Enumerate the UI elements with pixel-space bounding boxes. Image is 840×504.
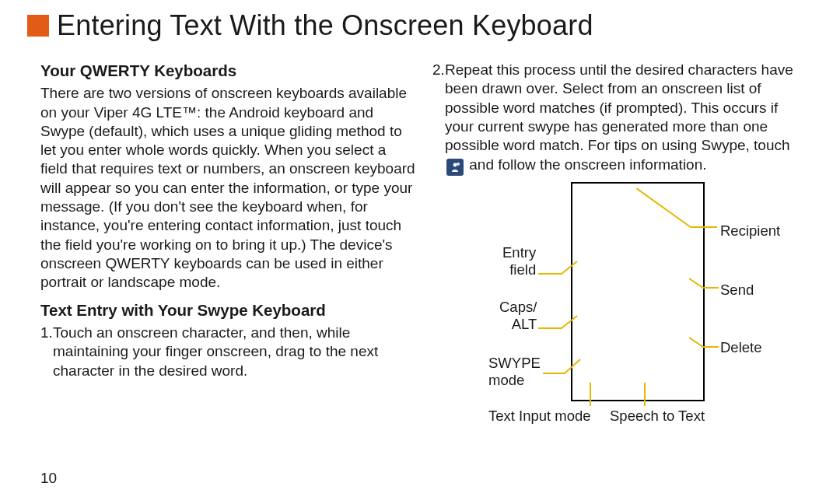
svg-point-0 [453, 163, 457, 166]
label-text-input-mode: Text Input mode [488, 408, 591, 425]
svg-text:i: i [458, 163, 459, 166]
list-number: 1. [40, 324, 53, 380]
paragraph-qwerty: There are two versions of onscreen keybo… [40, 84, 417, 292]
list-item-1: 1. Touch an onscreen character, and then… [40, 324, 417, 380]
li2-text-b: and follow the onscreen information. [469, 156, 706, 173]
label-caps-alt: Caps/ ALT [499, 299, 537, 333]
section-heading-swype: Text Entry with Your Swype Keyboard [40, 300, 417, 320]
list-item-2: 2. Repeat this process until the desired… [432, 61, 809, 176]
list-body: Repeat this process until the desired ch… [445, 61, 809, 176]
label-send: Send [720, 282, 754, 299]
label-swype-mode: SWYPE mode [488, 355, 541, 389]
content-columns: Your QWERTY Keyboards There are two vers… [40, 61, 809, 465]
phone-diagram: Entry field Caps/ ALT SWYPE mode Text In… [432, 182, 809, 439]
swype-help-icon: i [446, 159, 464, 176]
right-column: 2. Repeat this process until the desired… [432, 61, 809, 465]
page-number: 10 [40, 470, 57, 487]
label-speech-to-text: Speech to Text [610, 408, 705, 425]
accent-bar [27, 15, 49, 37]
label-delete: Delete [720, 339, 761, 356]
section-heading-qwerty: Your QWERTY Keyboards [40, 61, 417, 81]
page-header: Entering Text With the Onscreen Keyboard [27, 9, 817, 42]
phone-outline [571, 182, 705, 401]
label-entry-field: Entry field [502, 244, 536, 278]
manual-page: Entering Text With the Onscreen Keyboard… [0, 0, 840, 504]
list-number: 2. [432, 61, 445, 176]
list-body: Touch an onscreen character, and then, w… [53, 324, 417, 380]
label-recipient: Recipient [720, 222, 780, 240]
page-title: Entering Text With the Onscreen Keyboard [57, 9, 593, 42]
li2-text-a: Repeat this process until the desired ch… [445, 61, 793, 153]
left-column: Your QWERTY Keyboards There are two vers… [40, 61, 417, 465]
